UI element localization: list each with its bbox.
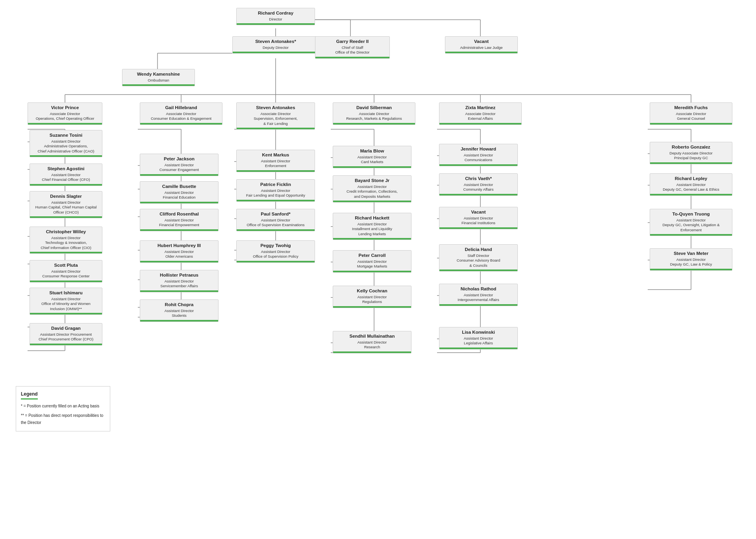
deputy-director-node: Steven Antonakes* Deputy Director (232, 36, 319, 54)
report-4-3: Delicia Hand Staff DirectorConsumer Advi… (439, 244, 518, 271)
report-5-0: Roberto Gonzalez Deputy Associate Direct… (650, 142, 732, 164)
report-0-5: Stuart Ishimaru Assistant DirectorOffice… (30, 288, 102, 315)
report-3-2: Richard Hackett Assistant DirectorInstal… (333, 213, 411, 240)
report-2-1: Patrice Ficklin Assistant DirectorFair L… (236, 179, 315, 202)
report-4-0: Jennifer Howard Assistant DirectorCommun… (439, 144, 518, 166)
report-0-6: David Gragan Assistant Director Procurem… (30, 323, 102, 346)
report-3-3: Peter Carroll Assistant DirectorMortgage… (333, 250, 411, 273)
report-0-3: Christopher Willey Assistant DirectorTec… (30, 227, 102, 254)
report-0-0: Suzanne Tosini Assistant DirectorAdminis… (30, 130, 102, 157)
report-4-4: Nicholas Rathod Assistant DirectorInterg… (439, 284, 518, 306)
ombudsman-node: Wendy Kamenshine Ombudsman (122, 69, 195, 86)
report-1-0: Peter Jackson Assistant DirectorConsumer… (140, 154, 219, 176)
report-3-4: Kelly Cochran Assistant DirectorRegulati… (333, 286, 411, 308)
report-1-3: Hubert Humphrey III Assistant DirectorOl… (140, 240, 219, 263)
report-4-2: Vacant Assistant DirectorFinancial Insti… (439, 207, 518, 229)
report-2-3: Peggy Twohig Assistant DirectorOffice of… (236, 240, 315, 263)
assoc-director-0: Victor Prince Associate DirectorOperatio… (28, 102, 102, 125)
report-1-1: Camille Busette Assistant DirectorFinanc… (140, 181, 219, 204)
org-chart: Richard Cordray Director Steven Antonake… (8, 8, 748, 528)
legend-title: Legend (21, 391, 38, 400)
assoc-director-5: Meredith Fuchs Associate DirectorGeneral… (650, 102, 732, 125)
assoc-director-1: Gail Hillebrand Associate DirectorConsum… (140, 102, 222, 125)
report-4-1: Chris Vaeth* Assistant DirectorCommunity… (439, 173, 518, 196)
report-0-1: Stephen Agostini Assistant DirectorChief… (30, 164, 102, 186)
report-2-2: Paul Sanford* Assistant DirectorOffice o… (236, 209, 315, 231)
assoc-director-4: Zixta Martinez Associate DirectorExterna… (439, 102, 522, 125)
report-3-1: Bayard Stone Jr Assistant DirectorCredit… (333, 175, 411, 203)
report-3-5: Sendhil Mullainathan Assistant DirectorR… (333, 331, 411, 353)
report-0-4: Scott Pluta Assistant DirectorConsumer R… (30, 260, 102, 283)
report-3-0: Marla Blow Assistant DirectorCard Market… (333, 146, 411, 168)
report-0-2: Dennis Slagter Assistant DirectorHuman C… (30, 191, 102, 218)
report-1-5: Rohit Chopra Assistant DirectorStudents (140, 299, 219, 322)
report-2-0: Kent Markus Assistant DirectorEnforcemen… (236, 150, 315, 172)
report-1-4: Hollister Petraeus Assistant DirectorSer… (140, 270, 219, 292)
report-1-2: Clifford Rosenthal Assistant DirectorFin… (140, 209, 219, 231)
director-node: Richard Cordray Director (236, 8, 315, 25)
legend-item-1: ** = Position has direct report responsi… (21, 412, 105, 426)
chief-of-staff-node: Garry Reeder II Chief of StaffOffice of … (315, 36, 390, 59)
vacant-alj-node: Vacant Administrative Law Judge (445, 36, 518, 54)
legend: Legend * = Position currently filled on … (16, 386, 110, 431)
assoc-director-2: Steven Antonakes Associate DirectorSuper… (236, 102, 315, 130)
report-4-5: Lisa Konwinski Assistant DirectorLegisla… (439, 327, 518, 349)
report-5-2: To-Quyen Truong Assistant DirectorDeputy… (650, 209, 732, 236)
report-5-1: Richard Lepley Assistant DirectorDeputy … (650, 173, 732, 196)
legend-items: * = Position currently filled on an Acti… (21, 403, 105, 426)
legend-item-0: * = Position currently filled on an Acti… (21, 403, 105, 410)
report-5-3: Steve Van Meter Assistant DirectorDeputy… (650, 248, 732, 271)
assoc-director-3: David Silberman Associate DirectorResear… (333, 102, 415, 125)
